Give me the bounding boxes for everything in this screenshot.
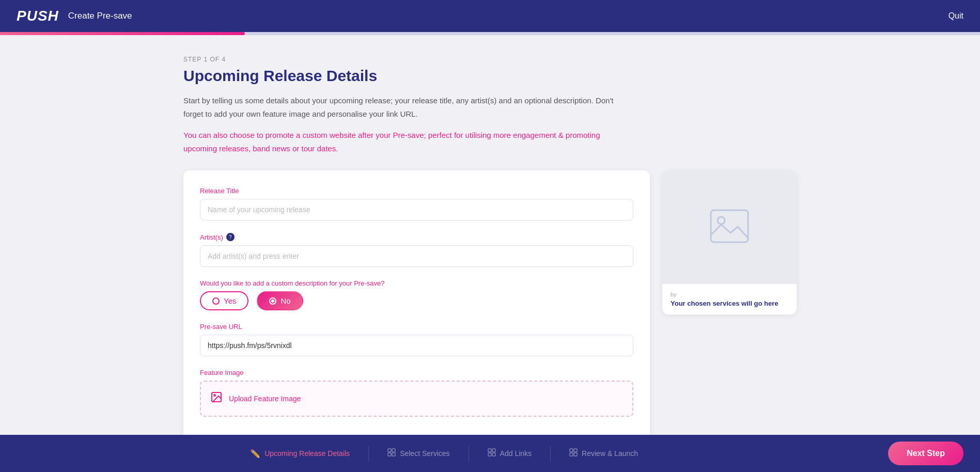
svg-rect-5: [392, 449, 395, 452]
no-radio-dot: [269, 297, 276, 305]
preview-body: by Your chosen services will go here: [662, 284, 797, 314]
step-upcoming-release[interactable]: ✏️ Upcoming Release Details: [231, 449, 368, 459]
main-content: STEP 1 OF 4 Upcoming Release Details Sta…: [0, 35, 980, 472]
release-title-input[interactable]: [200, 199, 633, 221]
yes-radio-dot: [212, 297, 220, 305]
svg-rect-2: [711, 210, 748, 242]
svg-rect-15: [574, 453, 577, 456]
form-layout: Release Title Artist(s) ? Would you like…: [183, 170, 797, 446]
radio-group: Yes No: [200, 291, 633, 310]
svg-point-3: [718, 217, 725, 224]
app-header: PUSH Create Pre-save Quit: [0, 0, 980, 32]
custom-desc-group: Would you like to add a custom descripti…: [200, 279, 633, 310]
preview-image-area: [662, 170, 797, 284]
svg-rect-10: [488, 453, 491, 456]
feature-image-label: Feature Image: [200, 369, 633, 376]
step-4-label: Review & Launch: [582, 449, 638, 458]
quit-button[interactable]: Quit: [948, 11, 963, 21]
upload-icon: [210, 391, 223, 406]
header-left: PUSH Create Pre-save: [17, 8, 132, 24]
preview-card: by Your chosen services will go here: [662, 170, 797, 314]
step-4-icon: [569, 448, 578, 459]
step-label: STEP 1 OF 4: [183, 56, 797, 63]
svg-rect-13: [574, 449, 577, 452]
page-title: Upcoming Release Details: [183, 67, 797, 85]
next-step-button[interactable]: Next Step: [888, 442, 963, 465]
preview-services: Your chosen services will go here: [671, 300, 788, 307]
svg-point-1: [214, 395, 215, 396]
svg-rect-12: [570, 449, 573, 452]
upload-area[interactable]: Upload Feature Image: [200, 381, 633, 417]
step-2-icon: [387, 448, 396, 459]
svg-rect-11: [492, 453, 495, 456]
custom-desc-label: Would you like to add a custom descripti…: [200, 279, 633, 287]
svg-rect-4: [388, 449, 391, 452]
artists-help-icon[interactable]: ?: [226, 233, 235, 241]
feature-image-group: Feature Image Upload Feature Image: [200, 369, 633, 417]
artists-input[interactable]: [200, 245, 633, 267]
preview-by: by: [671, 291, 788, 297]
presave-url-label: Pre-save URL: [200, 323, 633, 331]
page-description-1: Start by telling us some details about y…: [183, 94, 617, 120]
step-1-icon: ✏️: [250, 449, 260, 459]
form-card: Release Title Artist(s) ? Would you like…: [183, 170, 650, 446]
release-title-label: Release Title: [200, 187, 633, 195]
svg-rect-14: [570, 453, 573, 456]
step-3-icon: [488, 448, 496, 459]
bottom-bar: ✏️ Upcoming Release Details Select Servi…: [0, 435, 980, 472]
step-3-label: Add Links: [500, 449, 532, 458]
svg-rect-8: [488, 449, 491, 452]
no-radio[interactable]: No: [257, 291, 303, 310]
svg-rect-9: [492, 449, 495, 452]
step-review-launch[interactable]: Review & Launch: [551, 448, 657, 459]
yes-radio[interactable]: Yes: [200, 291, 248, 310]
step-1-label: Upcoming Release Details: [265, 449, 350, 458]
step-2-label: Select Services: [400, 449, 449, 458]
bottom-steps: ✏️ Upcoming Release Details Select Servi…: [0, 446, 888, 461]
presave-url-group: Pre-save URL: [200, 323, 633, 356]
presave-url-input[interactable]: [200, 335, 633, 356]
image-placeholder-icon: [709, 208, 750, 246]
svg-rect-7: [392, 453, 395, 456]
header-title: Create Pre-save: [68, 11, 132, 21]
svg-rect-6: [388, 453, 391, 456]
step-add-links[interactable]: Add Links: [469, 448, 550, 459]
upload-text: Upload Feature Image: [229, 395, 301, 403]
artists-group: Artist(s) ?: [200, 233, 633, 267]
logo: PUSH: [17, 8, 59, 24]
page-description-2: You can also choose to promote a custom …: [183, 129, 617, 155]
artists-label: Artist(s) ?: [200, 233, 633, 241]
release-title-group: Release Title: [200, 187, 633, 221]
step-select-services[interactable]: Select Services: [369, 448, 468, 459]
